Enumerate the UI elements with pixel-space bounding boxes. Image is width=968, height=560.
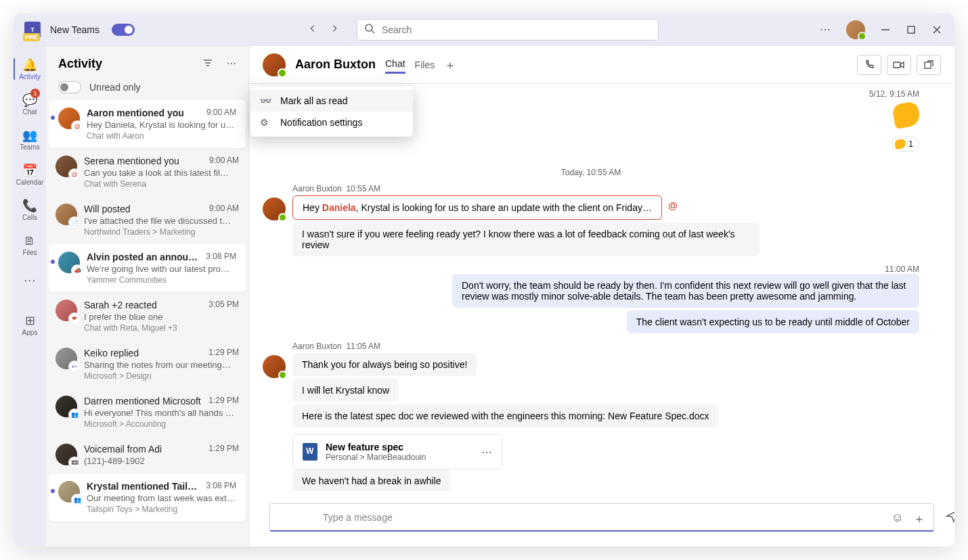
window-close-icon[interactable]: [931, 24, 942, 35]
activity-avatar: 👥: [58, 481, 80, 503]
new-teams-toggle[interactable]: [112, 24, 135, 36]
mention-at-icon: @: [668, 200, 678, 211]
activity-time: 3:05 PM: [208, 300, 239, 310]
activity-item[interactable]: 📣Alvin posted an announcement3:08 PMWe'r…: [49, 244, 246, 292]
message-bubble[interactable]: Don't worry, the team should be ready by…: [452, 274, 919, 308]
activity-icon: 🔔: [22, 57, 37, 72]
activity-avatar: ↩: [56, 348, 77, 369]
activity-badge-icon: 👥: [70, 410, 79, 419]
compose-input[interactable]: Type a message ☺ ＋: [269, 503, 934, 532]
unread-only-label: Unread only: [89, 82, 141, 93]
list-more-icon[interactable]: ⋯: [227, 58, 236, 69]
file-attachment-card[interactable]: New feature specPersonal > MarieBeaudoui…: [292, 434, 502, 469]
unread-only-toggle[interactable]: [58, 81, 81, 93]
message-bubble-mention[interactable]: Hey Daniela, Krystal is looking for us t…: [292, 195, 662, 220]
activity-avatar: ❤: [56, 300, 77, 321]
nav-back-icon[interactable]: [308, 24, 317, 36]
chat-peer-avatar: [263, 53, 286, 76]
apps-icon: ⊞: [25, 313, 35, 328]
search-bar[interactable]: [357, 19, 659, 41]
activity-sublabel: Chat with Serena: [84, 179, 239, 189]
rail-item-more[interactable]: ⋯: [14, 262, 46, 298]
activity-item[interactable]: @Serena mentioned you9:00 AMCan you take…: [46, 148, 248, 196]
calls-icon: 📞: [22, 198, 37, 213]
rail-item-chat[interactable]: 💬Chat1: [14, 87, 46, 122]
activity-title: Keiko replied: [84, 348, 139, 358]
activity-title: Sarah +2 reacted: [84, 300, 157, 310]
message-bubble[interactable]: I wasn't sure if you were feeling ready …: [292, 223, 760, 256]
activity-item[interactable]: 👥Krystal mentioned Tailspin Toys3:08 PMO…: [49, 473, 246, 521]
video-call-button[interactable]: [887, 55, 911, 75]
activity-item[interactable]: 📄Will posted9:00 AMI've attached the fil…: [46, 196, 248, 244]
rail-item-files[interactable]: 🗎Files: [14, 227, 46, 262]
activity-item[interactable]: @Aaron mentioned you9:00 AMHey Daniela, …: [49, 100, 246, 148]
activity-badge-icon: 👥: [72, 495, 82, 505]
message-bubble[interactable]: Here is the latest spec doc we reviewed …: [292, 404, 719, 427]
app-name: New Teams: [50, 24, 100, 35]
activity-title: Aaron mentioned you: [87, 108, 184, 118]
activity-badge-icon: 📼: [70, 458, 79, 467]
chat-body: 5/12, 9:15 AM 1 Today, 10:55 AM Aaron Bu…: [249, 84, 954, 491]
teams-logo-icon: TPRE: [24, 22, 41, 38]
activity-badge-icon: @: [70, 170, 79, 179]
compose-placeholder: Type a message: [323, 512, 393, 523]
message-group-mine: Don't worry, the team should be ready by…: [263, 274, 919, 336]
window-maximize-icon[interactable]: [906, 24, 917, 35]
message-bubble[interactable]: Thank you for always being so positive!: [292, 353, 477, 376]
activity-item[interactable]: ❤Sarah +2 reacted3:05 PMI prefer the blu…: [46, 292, 248, 340]
activity-avatar: @: [58, 108, 80, 129]
activity-title: Krystal mentioned Tailspin Toys: [87, 481, 202, 492]
emoji-picker-icon[interactable]: ☺: [892, 511, 904, 525]
nav-forward-icon[interactable]: [330, 24, 339, 36]
menu-icon: 👓: [260, 95, 272, 106]
rail-item-calendar[interactable]: 📅Calendar: [14, 157, 46, 192]
activity-preview: We're going live with our latest pro…: [87, 264, 236, 274]
user-avatar[interactable]: [846, 20, 865, 39]
titlebar: TPRE New Teams ⋯: [14, 14, 954, 46]
activity-item[interactable]: ↩Keiko replied1:29 PMSharing the notes f…: [46, 340, 248, 388]
message-meta: Aaron Buxton 11:05 AM: [292, 342, 919, 351]
reaction-count-pill[interactable]: 1: [892, 137, 919, 151]
activity-preview: Sharing the notes from our meeting…: [84, 360, 239, 370]
activity-badge-icon: 📣: [72, 266, 82, 275]
more-icon: ⋯: [24, 273, 36, 287]
activity-time: 1:29 PM: [208, 348, 239, 358]
search-input[interactable]: [382, 24, 651, 35]
pop-out-button[interactable]: [917, 55, 941, 75]
send-icon[interactable]: [945, 509, 954, 526]
file-name: New feature spec: [326, 442, 473, 452]
context-menu-item[interactable]: 👓Mark all as read: [250, 90, 413, 112]
tab-chat[interactable]: Chat: [385, 55, 405, 74]
message-bubble[interactable]: The client wasn't expecting us to be rea…: [627, 310, 919, 333]
audio-call-button[interactable]: [857, 55, 881, 75]
rail-badge: 1: [30, 89, 40, 98]
rail-item-activity[interactable]: 🔔Activity: [14, 51, 46, 87]
activity-avatar: 📄: [56, 204, 77, 225]
activity-sublabel: Tailspin Toys > Marketing: [87, 505, 236, 514]
activity-header: Activity: [58, 57, 197, 71]
svg-point-0: [366, 24, 372, 31]
fist-bump-emoji-icon: [894, 139, 906, 150]
rail-item-calls[interactable]: 📞Calls: [14, 192, 46, 227]
activity-preview: Hey Daniela, Krystal is looking for u…: [87, 120, 236, 130]
tab-files[interactable]: Files: [415, 57, 435, 73]
message-bubble[interactable]: We haven't had a break in awhile: [292, 469, 451, 491]
filter-icon[interactable]: [202, 57, 213, 70]
files-icon: 🗎: [24, 233, 36, 248]
activity-time: 3:08 PM: [206, 481, 236, 492]
activity-preview: Our meeting from last week was ext…: [87, 493, 236, 503]
activity-item[interactable]: 📼Voicemail from Adi1:29 PM(121)-489-1902: [46, 436, 248, 473]
context-menu-item[interactable]: ⚙Notification settings: [250, 112, 413, 133]
activity-item[interactable]: 👥Darren mentioned Microsoft1:29 PMHi eve…: [46, 388, 248, 436]
message-bubble[interactable]: I will let Krystal know: [292, 379, 399, 402]
rail-item-apps[interactable]: ⊞Apps: [14, 307, 46, 342]
add-tab-icon[interactable]: ＋: [444, 57, 456, 73]
window-minimize-icon[interactable]: [880, 24, 891, 35]
svg-rect-2: [894, 62, 900, 68]
file-more-icon[interactable]: ⋯: [481, 446, 492, 459]
settings-more-icon[interactable]: ⋯: [820, 23, 831, 36]
compose-add-icon[interactable]: ＋: [913, 511, 925, 527]
activity-avatar: 📼: [56, 444, 77, 465]
search-icon: [364, 23, 375, 37]
rail-item-teams[interactable]: 👥Teams: [14, 122, 46, 157]
